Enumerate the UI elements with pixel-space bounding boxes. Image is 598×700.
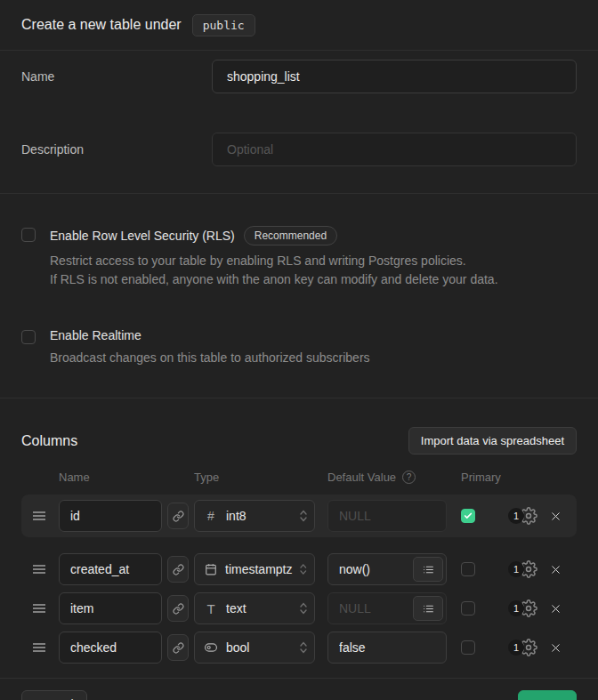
chevron-up-down-icon — [300, 563, 307, 575]
column-name-input[interactable] — [59, 632, 162, 664]
default-value-input[interactable] — [327, 632, 447, 664]
cancel-button[interactable]: Cancel — [21, 690, 87, 700]
column-grid-headers: Name Type Default Value ? Primary — [21, 471, 577, 484]
foreign-key-link-icon[interactable] — [167, 556, 189, 583]
remove-column-button[interactable] — [549, 641, 562, 655]
name-label: Name — [21, 69, 212, 84]
drag-handle-icon[interactable] — [32, 602, 53, 615]
column-row-id: # int8 1 — [21, 495, 577, 537]
remove-column-button[interactable] — [549, 510, 562, 523]
header-primary: Primary — [461, 471, 501, 484]
remove-column-button[interactable] — [549, 563, 562, 576]
rls-toggle-group: Enable Row Level Security (RLS) Recommen… — [21, 226, 577, 289]
foreign-key-link-icon[interactable] — [167, 634, 189, 661]
header-type: Type — [194, 471, 327, 484]
description-row: Description — [21, 133, 577, 166]
columns-section: Columns Import data via spreadsheet Name… — [0, 398, 598, 678]
column-type-select[interactable]: bool — [194, 632, 315, 664]
table-name-input[interactable] — [212, 60, 577, 93]
column-settings-button[interactable]: 1 — [508, 639, 537, 656]
hash-icon: # — [204, 509, 218, 523]
column-name-input[interactable] — [59, 500, 162, 532]
schema-badge: public — [192, 14, 255, 36]
foreign-key-link-icon[interactable] — [167, 503, 189, 529]
primary-checkbox[interactable] — [461, 640, 475, 655]
column-type-select[interactable]: timestamptz — [194, 553, 315, 585]
column-name-input[interactable] — [59, 553, 162, 585]
primary-checkbox[interactable] — [461, 509, 475, 523]
foreign-key-link-icon[interactable] — [167, 595, 189, 622]
column-name-input[interactable] — [59, 592, 162, 624]
list-icon — [423, 564, 434, 575]
drag-handle-icon[interactable] — [32, 641, 53, 654]
realtime-checkbox[interactable] — [21, 330, 36, 344]
table-description-input[interactable] — [212, 133, 577, 166]
toggle-icon — [204, 641, 218, 654]
save-button[interactable]: Save — [518, 690, 577, 700]
remove-column-button[interactable] — [549, 602, 562, 616]
primary-checkbox[interactable] — [461, 562, 475, 576]
column-settings-button[interactable]: 1 — [508, 507, 537, 525]
realtime-description: Broadcast changes on this table to autho… — [50, 349, 370, 367]
column-settings-button[interactable]: 1 — [508, 599, 537, 617]
default-value-input — [327, 500, 447, 532]
list-icon — [423, 603, 434, 615]
dialog-footer: Cancel Save — [0, 678, 598, 700]
close-icon — [549, 641, 562, 655]
column-type-select[interactable]: # int8 — [194, 500, 315, 532]
column-type-select[interactable]: T text — [194, 592, 315, 624]
help-icon[interactable]: ? — [402, 471, 416, 484]
name-row: Name — [21, 60, 577, 93]
description-label: Description — [21, 142, 212, 157]
chevron-up-down-icon — [300, 602, 307, 615]
column-settings-button[interactable]: 1 — [508, 560, 537, 578]
calendar-icon — [204, 563, 217, 575]
close-icon — [549, 563, 562, 576]
settings-count-badge: 1 — [508, 561, 524, 577]
close-icon — [549, 602, 562, 616]
toggles-section: Enable Row Level Security (RLS) Recommen… — [0, 194, 598, 398]
import-spreadsheet-button[interactable]: Import data via spreadsheet — [408, 427, 577, 455]
realtime-toggle-group: Enable Realtime Broadcast changes on thi… — [21, 328, 577, 367]
suggestions-list-button[interactable] — [413, 596, 443, 621]
dialog-title: Create a new table under — [21, 17, 182, 33]
header-name: Name — [59, 471, 194, 484]
rls-label: Enable Row Level Security (RLS) — [50, 229, 235, 243]
close-icon — [549, 510, 562, 523]
columns-title: Columns — [21, 433, 77, 449]
realtime-label: Enable Realtime — [50, 328, 141, 342]
header-default-value: Default Value — [327, 471, 396, 484]
settings-count-badge: 1 — [508, 600, 524, 616]
check-icon — [464, 511, 473, 520]
drag-handle-icon[interactable] — [32, 510, 53, 522]
column-row-item: T text 1 — [21, 592, 577, 624]
column-row-checked: bool 1 — [21, 632, 577, 664]
column-row-created-at: timestamptz 1 — [21, 553, 577, 585]
table-meta-section: Name Description — [0, 51, 598, 194]
drag-handle-icon[interactable] — [32, 563, 53, 575]
settings-count-badge: 1 — [508, 508, 524, 524]
settings-count-badge: 1 — [508, 640, 524, 656]
chevron-up-down-icon — [300, 641, 307, 654]
rls-description: Restrict access to your table by enablin… — [50, 252, 498, 289]
rls-checkbox[interactable] — [21, 228, 36, 242]
text-icon: T — [204, 601, 218, 616]
chevron-up-down-icon — [300, 510, 307, 522]
dialog-header: Create a new table under public — [0, 0, 598, 51]
primary-checkbox[interactable] — [461, 601, 475, 616]
recommended-badge: Recommended — [244, 226, 337, 245]
suggestions-list-button[interactable] — [413, 557, 443, 582]
